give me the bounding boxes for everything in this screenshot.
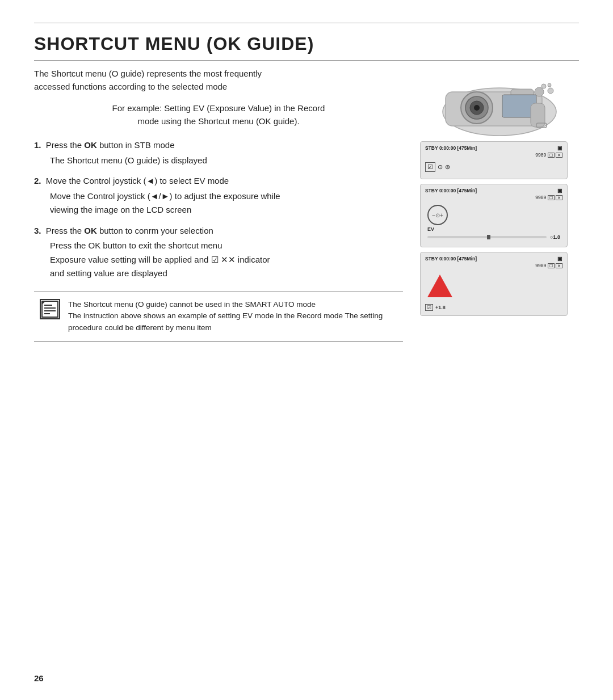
svg-point-13 (548, 88, 553, 94)
ev-bar-track (427, 236, 547, 238)
step-3-sub-1: Press the OK button to exit the shortcut… (50, 239, 403, 252)
panel1-body: ☑ ⊙ ⊚ (425, 160, 562, 174)
content-col: The Shortcut menu (O guide) represents t… (34, 68, 403, 341)
main-layout: The Shortcut menu (O guide) represents t… (34, 68, 579, 341)
panel1-icon-wb: ⊙ (438, 163, 443, 171)
panel1-top: STBY 0:00:00 [475Min] ▣ (425, 145, 562, 151)
step-2-number: 2. (34, 176, 41, 185)
step-3-ok: OK (84, 226, 97, 235)
svg-rect-0 (42, 301, 58, 317)
panel3-top: STBY 0:00:00 [475Min] ▣ (425, 256, 562, 262)
p3-icon-box-2: ✕ (556, 263, 562, 268)
step-1-header: 1. Press the OK button in STB mode (34, 139, 403, 152)
step-3-suffix: button to conrm your selection (99, 226, 213, 235)
panel3-icons-row: 9989 ☐ ✕ (425, 263, 562, 268)
panel3-battery: ▣ (557, 256, 562, 262)
example-line1: For example: Setting EV (Exposure Value)… (112, 103, 325, 113)
panel1-battery: ▣ (557, 145, 562, 151)
camera-svg (426, 69, 562, 140)
ev-bar-row: ○1.0 (427, 234, 560, 240)
panel1-icon-ev: ☑ (425, 162, 435, 172)
ev-bar-thumb (487, 235, 490, 239)
step-2-sub-1: Move the Control joystick (◄/►) to adjus… (50, 190, 403, 203)
ev-text-row: EV (427, 226, 560, 232)
panel2-status: STBY 0:00:00 [475Min] (425, 188, 477, 193)
ev-circle: −⊙+ (427, 205, 448, 225)
ev-word: EV (427, 226, 434, 232)
step-3-number: 3. (34, 226, 41, 235)
panel2-battery: ▣ (557, 188, 562, 193)
intro-line2: accessed functions according to the sele… (34, 82, 227, 91)
screen-panel-3: STBY 0:00:00 [475Min] ▣ 9989 ☐ ✕ ☑ +1.8 (420, 252, 568, 316)
step-1-sub-1: The Shortcut menu (O guide) is displayed (50, 154, 403, 167)
step-1-prefix: Press the (46, 140, 82, 150)
svg-point-15 (548, 83, 551, 87)
step-1-number: 1. (34, 140, 41, 150)
panel3-body (425, 271, 562, 302)
step-1-sub: The Shortcut menu (O guide) is displayed (34, 154, 403, 167)
step-2-header: 2. Move the Control joystick (◄) to sele… (34, 175, 403, 188)
step-1-suffix: button in STB mode (99, 140, 175, 150)
example-line2: mode using the Shortcut menu (OK guide). (137, 116, 299, 126)
top-rule (34, 23, 579, 23)
p2-icon-box-1: ☐ (548, 195, 555, 200)
svg-rect-2 (44, 307, 56, 309)
panel1-icons-text: 9989 ☐ ✕ (535, 152, 562, 158)
panel3-status: STBY 0:00:00 [475Min] (425, 256, 477, 262)
note-box: The Shortcut menu (O guide) cannot be us… (34, 292, 403, 342)
panel3-label: ☑ +1.8 (425, 304, 562, 311)
panel3-ev-icon: ☑ (425, 304, 433, 311)
p3-icon-box-1: ☐ (548, 263, 555, 268)
ev-value: ○1.0 (550, 234, 560, 240)
svg-rect-1 (44, 305, 52, 306)
step-1: 1. Press the OK button in STB mode The S… (34, 139, 403, 167)
panel3-icons-text: 9989 ☐ ✕ (535, 263, 562, 268)
example-text: For example: Setting EV (Exposure Value)… (34, 102, 403, 128)
step-3-sub: Press the OK button to exit the shortcut… (34, 239, 403, 280)
camera-illustration (420, 68, 568, 141)
panel2-icons-row: 9989 ☐ ✕ (425, 195, 562, 200)
screen-panel-1: STBY 0:00:00 [475Min] ▣ 9989 ☐ ✕ ☑ ⊙ ⊚ (420, 141, 568, 179)
svg-point-14 (541, 84, 546, 88)
panel2-circle-row: −⊙+ (427, 205, 560, 225)
note-svg-icon (41, 300, 59, 318)
step-2-sub-2: viewing the image on the LCD screen (50, 204, 403, 217)
red-arrow (427, 275, 452, 297)
panel3-value: +1.8 (435, 305, 446, 310)
ev-minus-plus: −⊙+ (432, 212, 443, 218)
step-1-ok: OK (84, 140, 97, 150)
note-icon (40, 299, 60, 319)
panel1-icon-more: ⊚ (445, 163, 450, 171)
note-line-3: procedure could be different by menu ite… (68, 322, 383, 334)
p2-icon-box-2: ✕ (556, 195, 562, 200)
steps-list: 1. Press the OK button in STB mode The S… (34, 139, 403, 280)
note-line-2: The instruction above shows an example o… (68, 310, 383, 322)
svg-rect-4 (44, 313, 50, 314)
panel1-status: STBY 0:00:00 [475Min] (425, 145, 477, 151)
panel2-icons-text: 9989 ☐ ✕ (535, 195, 562, 200)
intro-line1: The Shortcut menu (O guide) represents t… (34, 69, 262, 78)
svg-rect-3 (44, 310, 56, 311)
step-2: 2. Move the Control joystick (◄) to sele… (34, 175, 403, 217)
panel1-icons-row: 9989 ☐ ✕ (425, 152, 562, 158)
step-3-sub-2: Exposure value setting will be applied a… (50, 254, 403, 267)
right-col: STBY 0:00:00 [475Min] ▣ 9989 ☐ ✕ ☑ ⊙ ⊚ S… (420, 68, 579, 321)
step-2-text: Move the Control joystick (◄) to select … (46, 176, 229, 185)
panel1-icon-row-1: ☑ ⊙ ⊚ (425, 162, 562, 172)
note-line-1: The Shortcut menu (O guide) cannot be us… (68, 299, 383, 311)
step-3-sub-3: and setting value are displayed (50, 267, 403, 280)
icon-box-1: ☐ (548, 153, 555, 158)
page-number: 26 (34, 673, 44, 683)
page-title: SHORTCUT MENU (OK GUIDE) (34, 33, 579, 61)
panel2-top: STBY 0:00:00 [475Min] ▣ (425, 188, 562, 193)
note-text-block: The Shortcut menu (O guide) cannot be us… (68, 299, 383, 335)
step-3-prefix: Press the (46, 226, 82, 235)
screen-panel-2: STBY 0:00:00 [475Min] ▣ 9989 ☐ ✕ −⊙+ EV (420, 184, 568, 247)
step-2-sub: Move the Control joystick (◄/►) to adjus… (34, 190, 403, 217)
panel2-body: −⊙+ EV ○1.0 (425, 203, 562, 242)
svg-point-10 (474, 105, 480, 111)
icon-box-2: ✕ (556, 153, 562, 158)
intro-text: The Shortcut menu (O guide) represents t… (34, 68, 403, 93)
step-3: 3. Press the OK button to conrm your sel… (34, 225, 403, 280)
step-3-header: 3. Press the OK button to conrm your sel… (34, 225, 403, 238)
